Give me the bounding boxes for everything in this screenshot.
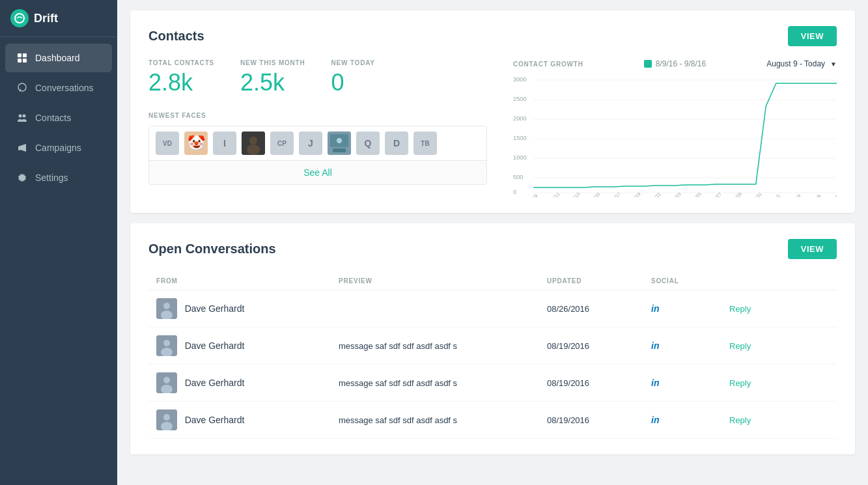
- face-vd[interactable]: VD: [156, 132, 179, 155]
- col-action: [721, 272, 837, 290]
- total-contacts-label: TOTAL CONTACTS: [148, 59, 214, 66]
- sidebar-item-conversations[interactable]: Conversations: [5, 74, 112, 102]
- sidebar-item-label: Campaigns: [35, 143, 81, 153]
- conv-date: 08/19/2016: [539, 365, 643, 402]
- svg-rect-8: [18, 147, 20, 150]
- svg-text:9/6: 9/6: [814, 193, 822, 197]
- svg-rect-4: [23, 59, 27, 62]
- face-clown[interactable]: 🤡: [184, 132, 208, 155]
- col-preview: PREVIEW: [331, 272, 539, 290]
- sidebar-item-settings[interactable]: Settings: [5, 163, 112, 192]
- linkedin-icon: in: [651, 340, 659, 351]
- reply-link[interactable]: Reply: [729, 304, 751, 314]
- svg-text:8/25: 8/25: [692, 191, 703, 197]
- conversations-card: Open Conversations VIEW FROM PREVIEW UPD…: [130, 223, 855, 454]
- svg-point-12: [247, 145, 260, 155]
- svg-point-0: [15, 14, 24, 23]
- sidebar-item-contacts[interactable]: Contacts: [5, 104, 112, 132]
- svg-point-11: [249, 137, 257, 145]
- table-row: Dave Gerhardt message saf sdf sdf asdf a…: [148, 327, 837, 365]
- date-selector-text: August 9 - Today: [766, 59, 825, 68]
- sidebar-item-dashboard[interactable]: Dashboard: [5, 44, 112, 72]
- svg-text:500: 500: [513, 174, 524, 180]
- contacts-view-button[interactable]: VIEW: [788, 26, 837, 46]
- face-i[interactable]: I: [213, 132, 236, 155]
- new-today-value: 0: [331, 69, 375, 96]
- conv-reply-cell[interactable]: Reply: [721, 290, 837, 327]
- svg-text:8/11: 8/11: [551, 191, 561, 197]
- reply-link[interactable]: Reply: [729, 341, 751, 351]
- conv-date: 08/19/2016: [539, 402, 643, 439]
- conv-name: Dave Gerhardt: [185, 415, 245, 425]
- stats-row: TOTAL CONTACTS 2.8k NEW THIS MONTH 2.5k …: [148, 59, 487, 96]
- faces-row[interactable]: VD 🤡 I: [149, 126, 486, 161]
- conv-avatar: [156, 335, 177, 356]
- conv-preview: message saf sdf sdf asdf asdf s: [331, 365, 539, 402]
- conv-from-cell: Dave Gerhardt: [148, 290, 331, 327]
- svg-text:9/8: 9/8: [833, 193, 837, 197]
- face-cp[interactable]: CP: [270, 132, 294, 155]
- svg-text:8/23: 8/23: [672, 191, 682, 197]
- new-month-label: NEW THIS MONTH: [240, 59, 305, 66]
- conv-reply-cell[interactable]: Reply: [721, 327, 837, 365]
- see-all-row[interactable]: See All: [149, 161, 486, 184]
- main-content: Contacts VIEW TOTAL CONTACTS 2.8k NEW TH…: [117, 0, 868, 485]
- contacts-body: TOTAL CONTACTS 2.8k NEW THIS MONTH 2.5k …: [148, 59, 837, 197]
- conversations-tbody: Dave Gerhardt 08/26/2016 in Reply Dav: [148, 290, 837, 439]
- face-dark[interactable]: [242, 132, 265, 155]
- svg-point-51: [163, 340, 170, 346]
- conv-from-cell: Dave Gerhardt: [148, 327, 331, 365]
- face-d[interactable]: D: [385, 132, 408, 155]
- svg-point-7: [23, 115, 26, 118]
- conversations-title: Open Conversations: [148, 242, 276, 256]
- conv-social: in: [643, 327, 721, 365]
- new-today-label: NEW TODAY: [331, 59, 375, 66]
- sidebar: Drift Dashboard Conversations: [0, 0, 117, 485]
- new-month-value: 2.5k: [240, 69, 305, 96]
- conv-social: in: [643, 290, 721, 327]
- conversations-thead: FROM PREVIEW UPDATED SOCIAL: [148, 272, 837, 290]
- conversations-icon: [16, 81, 29, 94]
- see-all-link[interactable]: See All: [303, 167, 332, 178]
- conv-preview: message saf sdf sdf asdf asdf s: [331, 402, 539, 439]
- new-month-stat: NEW THIS MONTH 2.5k: [240, 59, 305, 96]
- svg-text:8/31: 8/31: [753, 191, 763, 197]
- face-photo[interactable]: [328, 132, 351, 155]
- conv-social: in: [643, 365, 721, 402]
- conv-name: Dave Gerhardt: [185, 340, 245, 351]
- conversations-view-button[interactable]: VIEW: [788, 239, 837, 259]
- newest-faces-label: NEWEST FACES: [148, 112, 487, 119]
- reply-link[interactable]: Reply: [729, 378, 751, 388]
- face-j[interactable]: J: [299, 132, 322, 155]
- svg-point-6: [19, 115, 22, 118]
- col-from: FROM: [148, 272, 331, 290]
- faces-container: VD 🤡 I: [148, 126, 487, 185]
- total-contacts-value: 2.8k: [148, 69, 214, 96]
- conv-date: 08/19/2016: [539, 327, 643, 365]
- svg-text:0: 0: [513, 189, 516, 195]
- conv-reply-cell[interactable]: Reply: [721, 365, 837, 402]
- conv-avatar: [156, 298, 177, 319]
- conv-date: 08/26/2016: [539, 290, 643, 327]
- svg-point-48: [163, 303, 170, 309]
- campaigns-icon: [16, 141, 29, 154]
- contacts-card: Contacts VIEW TOTAL CONTACTS 2.8k NEW TH…: [130, 10, 855, 213]
- table-row: Dave Gerhardt message saf sdf sdf asdf a…: [148, 402, 837, 439]
- svg-rect-1: [18, 53, 21, 57]
- conversations-table: FROM PREVIEW UPDATED SOCIAL Dave Ge: [148, 272, 837, 439]
- chart-date-selector[interactable]: August 9 - Today ▼: [766, 59, 837, 68]
- face-q[interactable]: Q: [356, 132, 380, 155]
- chart-svg-wrapper: 3000 2500 2000 1500 1000 500 0: [513, 74, 837, 197]
- app-logo: Drift: [0, 0, 117, 37]
- svg-text:8/27: 8/27: [712, 191, 723, 197]
- svg-point-5: [18, 83, 26, 91]
- sidebar-item-label: Contacts: [35, 113, 71, 123]
- sidebar-nav: Dashboard Conversations Contacts: [0, 37, 117, 485]
- sidebar-item-campaigns[interactable]: Campaigns: [5, 133, 112, 162]
- svg-text:9/4: 9/4: [794, 193, 802, 197]
- table-row: Dave Gerhardt message saf sdf sdf asdf a…: [148, 365, 837, 402]
- reply-link[interactable]: Reply: [729, 415, 751, 425]
- face-tb[interactable]: TB: [413, 132, 437, 155]
- conv-reply-cell[interactable]: Reply: [721, 402, 837, 439]
- contacts-stats: TOTAL CONTACTS 2.8k NEW THIS MONTH 2.5k …: [148, 59, 487, 197]
